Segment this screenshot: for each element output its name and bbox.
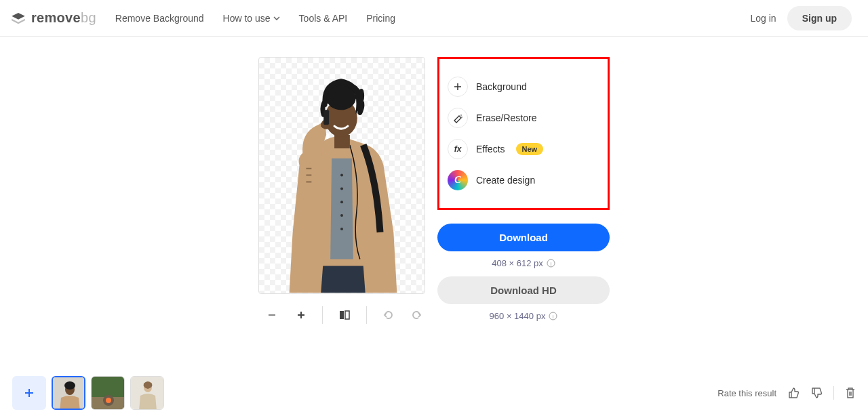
add-image-button[interactable] bbox=[12, 376, 46, 410]
logo-icon bbox=[9, 9, 27, 27]
signup-button[interactable]: Sign up bbox=[787, 6, 852, 30]
thumbs-up-icon bbox=[787, 387, 800, 399]
thumbnail-1[interactable] bbox=[52, 376, 85, 410]
preview-column bbox=[258, 57, 425, 329]
svg-point-11 bbox=[461, 117, 462, 118]
option-create-design-label: Create design bbox=[476, 175, 535, 186]
svg-text:i: i bbox=[550, 261, 551, 267]
thumbnail-strip bbox=[12, 376, 164, 410]
nav-how-to-use-label: How to use bbox=[223, 13, 271, 24]
minus-icon bbox=[267, 310, 277, 320]
svg-rect-7 bbox=[323, 110, 329, 125]
thumbnail-3[interactable] bbox=[130, 376, 164, 410]
zoom-out-button[interactable] bbox=[264, 307, 279, 323]
separator bbox=[833, 386, 834, 400]
option-erase-restore[interactable]: Erase/Restore bbox=[448, 102, 591, 133]
download-resolution: 408 × 612 px i bbox=[437, 258, 610, 268]
rate-label: Rate this result bbox=[717, 388, 776, 398]
rate-area: Rate this result bbox=[717, 386, 856, 400]
erase-icon bbox=[448, 108, 468, 128]
svg-point-18 bbox=[64, 381, 75, 390]
download-button[interactable]: Download bbox=[437, 224, 610, 251]
toolbar-separator bbox=[322, 306, 323, 324]
compare-button[interactable] bbox=[336, 307, 352, 323]
svg-text:i: i bbox=[553, 314, 554, 320]
undo-icon bbox=[382, 310, 393, 320]
redo-button[interactable] bbox=[410, 307, 425, 323]
plus-icon bbox=[23, 387, 35, 399]
option-background-label: Background bbox=[476, 81, 527, 92]
svg-point-0 bbox=[340, 174, 343, 177]
zoom-in-button[interactable] bbox=[293, 307, 309, 323]
nav: Remove Background How to use Tools & API… bbox=[115, 13, 751, 24]
info-icon[interactable]: i bbox=[547, 259, 555, 268]
option-create-design[interactable]: C Create design bbox=[448, 165, 591, 196]
chevron-down-icon bbox=[273, 16, 280, 20]
compare-icon bbox=[339, 310, 350, 320]
plus-icon bbox=[448, 77, 468, 97]
nav-pricing[interactable]: Pricing bbox=[366, 13, 395, 24]
svg-point-3 bbox=[340, 214, 343, 217]
svg-point-2 bbox=[340, 201, 343, 203]
logo-text: removebg bbox=[31, 10, 96, 26]
nav-remove-background[interactable]: Remove Background bbox=[115, 13, 204, 24]
thumbs-down-button[interactable] bbox=[810, 387, 823, 399]
auth-area: Log in Sign up bbox=[751, 6, 852, 30]
delete-button[interactable] bbox=[845, 387, 856, 399]
info-icon[interactable]: i bbox=[549, 312, 557, 320]
right-column: Background Erase/Restore fx Effects New … bbox=[437, 57, 610, 329]
toolbar-separator bbox=[366, 306, 367, 324]
trash-icon bbox=[845, 387, 856, 399]
option-background[interactable]: Background bbox=[448, 71, 591, 102]
preview-frame[interactable] bbox=[258, 57, 425, 294]
header: removebg Remove Background How to use To… bbox=[0, 0, 868, 37]
download-hd-resolution: 960 × 1440 px i bbox=[437, 311, 610, 321]
svg-point-22 bbox=[106, 398, 111, 403]
undo-button[interactable] bbox=[380, 307, 396, 323]
download-hd-button[interactable]: Download HD bbox=[437, 276, 610, 304]
nav-how-to-use[interactable]: How to use bbox=[223, 13, 280, 24]
svg-rect-8 bbox=[340, 311, 344, 319]
nav-tools-api[interactable]: Tools & API bbox=[299, 13, 348, 24]
svg-point-4 bbox=[340, 228, 343, 230]
logo[interactable]: removebg bbox=[9, 9, 96, 27]
preview-toolbar bbox=[258, 306, 425, 324]
plus-icon bbox=[296, 310, 306, 320]
main: Background Erase/Restore fx Effects New … bbox=[0, 37, 868, 329]
svg-rect-9 bbox=[345, 311, 349, 319]
login-link[interactable]: Log in bbox=[751, 13, 776, 24]
svg-point-1 bbox=[340, 187, 343, 190]
option-erase-restore-label: Erase/Restore bbox=[476, 112, 536, 123]
fx-icon: fx bbox=[448, 139, 468, 159]
new-badge: New bbox=[516, 143, 544, 155]
thumbnail-2[interactable] bbox=[91, 376, 125, 410]
redo-icon bbox=[412, 310, 422, 320]
svg-point-10 bbox=[460, 114, 462, 116]
thumbs-up-button[interactable] bbox=[787, 387, 800, 399]
svg-point-6 bbox=[326, 86, 356, 110]
thumbs-down-icon bbox=[810, 387, 823, 399]
bottom-bar: Rate this result bbox=[0, 376, 868, 410]
subject-image bbox=[259, 58, 425, 293]
options-panel: Background Erase/Restore fx Effects New … bbox=[437, 57, 610, 210]
canva-icon: C bbox=[448, 170, 468, 190]
option-effects-label: Effects bbox=[476, 144, 505, 154]
option-effects[interactable]: fx Effects New bbox=[448, 133, 591, 165]
